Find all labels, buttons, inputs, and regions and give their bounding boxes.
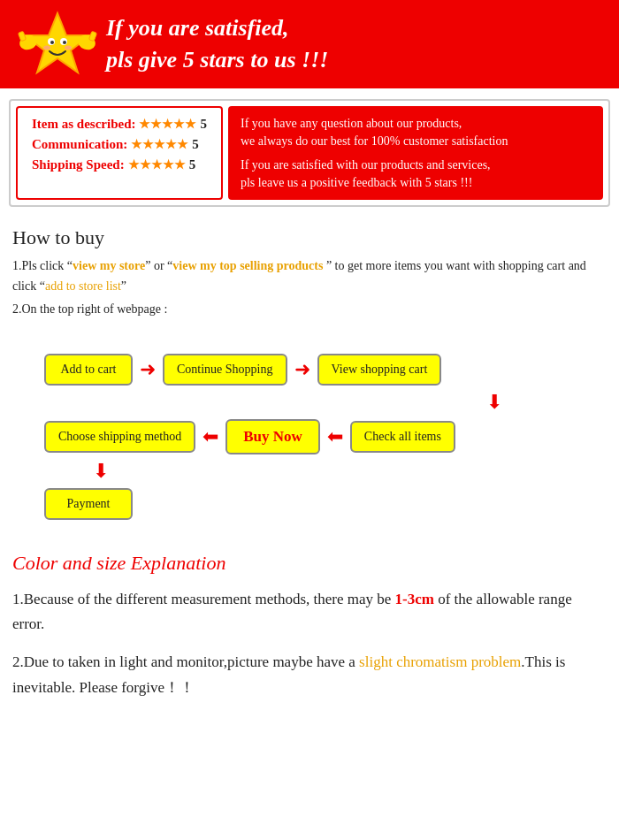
ratings-right-line2: If you are satisfied with our products a… [241,157,591,191]
arrow-right-1: ➜ [140,358,156,381]
how-to-buy-section: How to buy 1.Pls click “view my store” o… [0,218,619,332]
comm-stars: ★★★★★ [131,137,188,152]
view-shopping-cart-btn[interactable]: View shopping cart [317,354,442,386]
add-to-cart-btn[interactable]: Add to cart [44,354,133,386]
step1-text: 1.Pls click “view my store” or “view my … [12,256,607,296]
flow-top-row: Add to cart ➜ Continue Shopping ➜ View s… [44,354,601,386]
color-size-section: Color and size Explanation 1.Because of … [0,541,619,725]
ship-stars: ★★★★★ [128,157,186,172]
arrow-left-1: ⬅ [203,425,218,448]
svg-point-7 [50,41,54,44]
color-point1: 1.Because of the different measurement m… [12,587,607,638]
arrow-right-2: ➜ [294,358,310,381]
ratings-left: Item as described: ★★★★★ 5 Communication… [16,106,223,200]
buy-now-btn[interactable]: Buy Now [225,419,320,454]
view-store-link[interactable]: view my store [73,259,145,272]
color-size-title: Color and size Explanation [12,552,607,575]
color-point2: 2.Due to taken in light and monitor,pict… [12,650,607,701]
header-text: If you are satisfied, pls give 5 stars t… [106,12,328,77]
flow-bottom-row: Choose shipping method ⬅ Buy Now ⬅ Check… [44,419,601,454]
view-top-link[interactable]: view my top selling products [172,259,323,272]
how-to-buy-title: How to buy [12,226,607,249]
chromatism-text: slight chromatism problem [359,653,521,670]
choose-shipping-btn[interactable]: Choose shipping method [44,421,195,453]
step2-text: 2.On the top right of webpage : [12,300,607,319]
flow-payment-row: Payment [44,488,601,520]
svg-rect-11 [18,31,26,41]
ratings-section: Item as described: ★★★★★ 5 Communication… [9,99,610,207]
svg-rect-12 [88,31,96,41]
arrow-down-container-1: ⬇ [486,389,601,416]
comm-rating-row: Communication: ★★★★★ 5 [32,137,207,152]
svg-point-8 [63,41,66,44]
item-label: Item as described: [32,117,135,132]
ship-label: Shipping Speed: [32,157,125,172]
item-rating-row: Item as described: ★★★★★ 5 [32,117,207,132]
payment-btn[interactable]: Payment [44,488,133,520]
arrow-down-2: ⬇ [93,460,109,483]
arrow-left-2: ⬅ [327,425,343,448]
continue-shopping-btn[interactable]: Continue Shopping [163,354,287,386]
arrow-down-container-2: ⬇ [93,458,601,485]
comm-score: 5 [192,137,199,152]
svg-point-10 [65,46,72,50]
ratings-right: If you have any question about our produ… [228,106,603,200]
ship-rating-row: Shipping Speed: ★★★★★ 5 [32,157,207,172]
item-stars: ★★★★★ [139,117,196,132]
ship-score: 5 [189,157,196,172]
ratings-right-line1: If you have any question about our produ… [241,115,591,149]
flow-diagram: Add to cart ➜ Continue Shopping ➜ View s… [0,345,619,529]
header-banner: If you are satisfied, pls give 5 stars t… [0,0,619,88]
check-all-items-btn[interactable]: Check all items [350,421,455,453]
add-store-list-link[interactable]: add to store list [45,279,121,293]
svg-point-9 [43,46,50,50]
star-mascot-icon [18,9,97,80]
arrow-down-1: ⬇ [486,391,502,414]
item-score: 5 [200,117,207,132]
comm-label: Communication: [32,137,127,152]
measurement-range: 1-3cm [395,591,434,607]
